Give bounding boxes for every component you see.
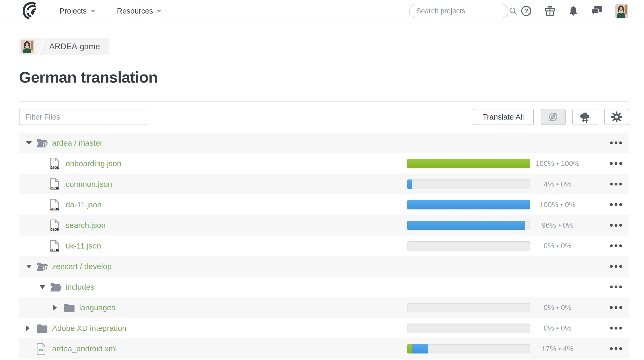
row-menu-cell xyxy=(585,242,629,250)
table-row[interactable]: JSON search.json 96% • 0% xyxy=(19,215,629,235)
item-icon-box: JSON xyxy=(50,219,66,231)
row-label-area: languages xyxy=(19,303,407,312)
row-label-area: JSON da-11.json xyxy=(19,199,407,211)
row-label-area: zencart / develop xyxy=(19,262,407,271)
progress-label: 0% • 0% xyxy=(530,303,585,312)
item-icon-box xyxy=(36,262,52,271)
item-icon-box: JSON xyxy=(50,199,66,211)
svg-text:JSON: JSON xyxy=(51,166,59,170)
progress-bar xyxy=(407,179,530,189)
translate-all-button[interactable]: Translate All xyxy=(473,109,534,125)
search-icon[interactable] xyxy=(509,7,517,15)
json-file-icon: JSON xyxy=(50,158,59,170)
expander-icon xyxy=(40,285,45,289)
table-row[interactable]: JSON common.json 4% • 0% xyxy=(19,174,629,194)
row-menu-cell xyxy=(585,345,629,353)
nav-projects[interactable]: Projects xyxy=(59,7,96,15)
item-icon-box xyxy=(36,343,52,355)
progress-label: 0% • 0% xyxy=(530,242,585,250)
table-row[interactable]: Adobe XD integration 0% • 0% xyxy=(19,318,629,338)
item-name[interactable]: includes xyxy=(66,283,94,291)
expander-toggle[interactable] xyxy=(40,285,50,289)
expander-toggle[interactable] xyxy=(26,265,36,268)
table-row[interactable]: includes xyxy=(19,277,629,297)
table-row[interactable]: languages 0% • 0% xyxy=(19,297,629,318)
row-label-area: ardea_android.xml xyxy=(19,343,407,355)
row-menu-button[interactable] xyxy=(610,324,622,332)
filter-files-input[interactable] xyxy=(19,109,148,125)
settings-button[interactable] xyxy=(604,109,629,125)
expander-toggle[interactable] xyxy=(53,305,64,311)
table-row[interactable]: JSON da-11.json 100% • 0% xyxy=(19,194,629,215)
table-row[interactable]: ardea_android.xml 17% • 4% xyxy=(19,338,629,359)
item-name[interactable]: languages xyxy=(79,303,115,312)
app-logo[interactable] xyxy=(23,2,40,20)
open-folder-icon xyxy=(50,282,62,292)
row-menu-button[interactable] xyxy=(610,221,622,229)
file-tree: ardea / master JSON onboarding.json 100%… xyxy=(19,133,629,359)
json-file-icon: JSON xyxy=(50,240,59,252)
item-icon-box xyxy=(64,303,79,312)
breadcrumb[interactable]: ARDEA-game xyxy=(19,38,109,55)
progress-label: 96% • 0% xyxy=(530,221,585,229)
item-name[interactable]: zencart / develop xyxy=(52,262,112,271)
gift-icon[interactable] xyxy=(544,5,556,17)
item-icon-box: JSON xyxy=(50,240,66,252)
nav-resources[interactable]: Resources xyxy=(117,7,162,15)
row-label-area: JSON search.json xyxy=(19,219,407,231)
svg-text:JSON: JSON xyxy=(51,187,59,190)
row-menu-button[interactable] xyxy=(610,345,622,353)
progress-bar xyxy=(407,159,530,168)
row-menu-button[interactable] xyxy=(610,303,622,312)
item-name[interactable]: ardea / master xyxy=(52,139,102,147)
table-row[interactable]: JSON uk-11.json 0% • 0% xyxy=(19,235,629,256)
messages-icon[interactable] xyxy=(591,5,603,17)
notifications-icon[interactable] xyxy=(568,5,579,17)
progress-bar-cell xyxy=(407,303,530,312)
user-avatar[interactable] xyxy=(615,4,628,18)
row-menu-button[interactable] xyxy=(610,262,622,270)
project-search-input[interactable] xyxy=(416,7,509,15)
row-menu-button[interactable] xyxy=(610,242,622,250)
table-row[interactable]: JSON onboarding.json 100% • 100% xyxy=(19,153,629,174)
cloud-sync-button[interactable] xyxy=(572,109,597,125)
item-name[interactable]: da-11.json xyxy=(66,200,102,209)
expander-icon xyxy=(53,305,57,311)
item-name[interactable]: search.json xyxy=(66,221,106,230)
item-name[interactable]: common.json xyxy=(66,180,112,189)
chevron-down-icon xyxy=(90,10,96,13)
progress-label: 0% • 0% xyxy=(530,324,585,332)
progress-bar-cell xyxy=(407,159,530,168)
help-icon[interactable]: ? xyxy=(521,5,532,17)
progress-bar-cell xyxy=(407,241,530,251)
row-menu-button[interactable] xyxy=(610,139,622,147)
progress-bar-cell xyxy=(407,179,530,189)
section-divider xyxy=(19,101,629,102)
progress-label: 17% • 4% xyxy=(530,345,585,353)
expander-toggle[interactable] xyxy=(26,325,36,331)
item-name[interactable]: Adobe XD integration xyxy=(52,324,126,333)
expander-icon xyxy=(26,325,30,331)
row-menu-button[interactable] xyxy=(610,159,622,167)
progress-bar-cell xyxy=(407,282,530,292)
android-file-icon xyxy=(36,343,46,355)
progress-bar-cell xyxy=(407,200,530,209)
table-row[interactable]: ardea / master xyxy=(19,133,629,153)
chevron-down-icon xyxy=(157,10,162,13)
row-menu-button[interactable] xyxy=(610,201,622,209)
translated-segment xyxy=(412,344,428,353)
row-menu-cell xyxy=(585,201,629,209)
item-name[interactable]: onboarding.json xyxy=(66,159,121,168)
row-menu-button[interactable] xyxy=(610,180,622,188)
breadcrumb-project-name[interactable]: ARDEA-game xyxy=(49,42,109,51)
expander-toggle[interactable] xyxy=(26,141,36,145)
project-search xyxy=(409,4,509,18)
item-name[interactable]: ardea_android.xml xyxy=(52,344,117,353)
progress-bar-cell xyxy=(407,262,530,271)
page-content: ARDEA-game German translation Translate … xyxy=(0,22,644,359)
item-name[interactable]: uk-11.json xyxy=(66,241,101,250)
progress-bar-cell xyxy=(407,221,530,230)
toggle-hidden-files-button[interactable] xyxy=(541,109,566,125)
row-menu-button[interactable] xyxy=(610,283,622,291)
table-row[interactable]: zencart / develop xyxy=(19,256,629,277)
